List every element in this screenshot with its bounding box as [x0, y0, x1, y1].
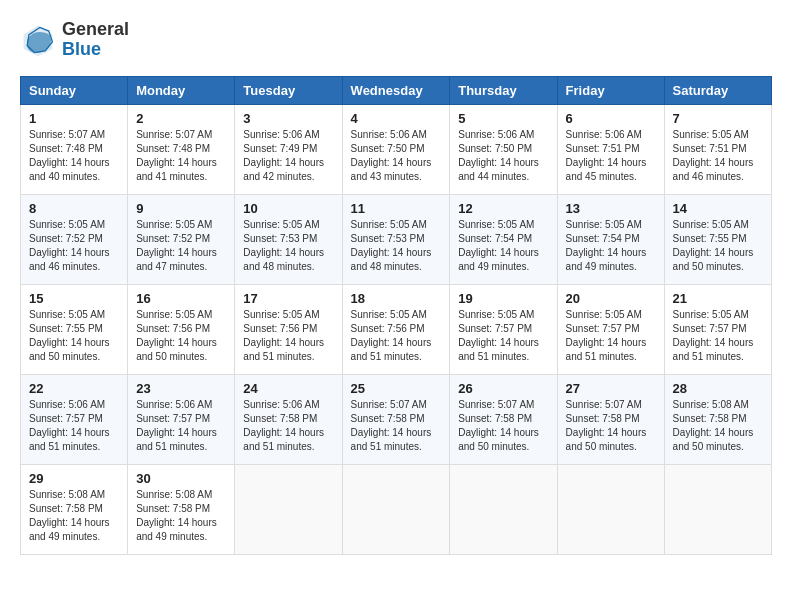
day-number: 4	[351, 111, 442, 126]
logo-text: General Blue	[62, 20, 129, 60]
day-number: 20	[566, 291, 656, 306]
day-cell-13: 13Sunrise: 5:05 AM Sunset: 7:54 PM Dayli…	[557, 194, 664, 284]
day-info: Sunrise: 5:07 AM Sunset: 7:58 PM Dayligh…	[351, 398, 442, 454]
day-cell-26: 26Sunrise: 5:07 AM Sunset: 7:58 PM Dayli…	[450, 374, 557, 464]
day-cell-8: 8Sunrise: 5:05 AM Sunset: 7:52 PM Daylig…	[21, 194, 128, 284]
day-info: Sunrise: 5:05 AM Sunset: 7:53 PM Dayligh…	[243, 218, 333, 274]
empty-cell	[235, 464, 342, 554]
day-number: 1	[29, 111, 119, 126]
day-info: Sunrise: 5:06 AM Sunset: 7:51 PM Dayligh…	[566, 128, 656, 184]
day-number: 17	[243, 291, 333, 306]
day-cell-27: 27Sunrise: 5:07 AM Sunset: 7:58 PM Dayli…	[557, 374, 664, 464]
day-info: Sunrise: 5:05 AM Sunset: 7:55 PM Dayligh…	[673, 218, 763, 274]
day-cell-16: 16Sunrise: 5:05 AM Sunset: 7:56 PM Dayli…	[128, 284, 235, 374]
week-row-5: 29Sunrise: 5:08 AM Sunset: 7:58 PM Dayli…	[21, 464, 772, 554]
day-info: Sunrise: 5:06 AM Sunset: 7:50 PM Dayligh…	[351, 128, 442, 184]
day-info: Sunrise: 5:08 AM Sunset: 7:58 PM Dayligh…	[673, 398, 763, 454]
day-cell-19: 19Sunrise: 5:05 AM Sunset: 7:57 PM Dayli…	[450, 284, 557, 374]
day-number: 12	[458, 201, 548, 216]
day-number: 23	[136, 381, 226, 396]
col-header-friday: Friday	[557, 76, 664, 104]
day-number: 7	[673, 111, 763, 126]
calendar-header: SundayMondayTuesdayWednesdayThursdayFrid…	[21, 76, 772, 104]
day-cell-30: 30Sunrise: 5:08 AM Sunset: 7:58 PM Dayli…	[128, 464, 235, 554]
day-number: 5	[458, 111, 548, 126]
day-cell-4: 4Sunrise: 5:06 AM Sunset: 7:50 PM Daylig…	[342, 104, 450, 194]
day-number: 3	[243, 111, 333, 126]
day-info: Sunrise: 5:07 AM Sunset: 7:48 PM Dayligh…	[136, 128, 226, 184]
day-cell-5: 5Sunrise: 5:06 AM Sunset: 7:50 PM Daylig…	[450, 104, 557, 194]
day-info: Sunrise: 5:05 AM Sunset: 7:57 PM Dayligh…	[566, 308, 656, 364]
col-header-sunday: Sunday	[21, 76, 128, 104]
day-info: Sunrise: 5:05 AM Sunset: 7:56 PM Dayligh…	[243, 308, 333, 364]
day-info: Sunrise: 5:06 AM Sunset: 7:58 PM Dayligh…	[243, 398, 333, 454]
day-cell-25: 25Sunrise: 5:07 AM Sunset: 7:58 PM Dayli…	[342, 374, 450, 464]
day-number: 29	[29, 471, 119, 486]
day-cell-21: 21Sunrise: 5:05 AM Sunset: 7:57 PM Dayli…	[664, 284, 771, 374]
day-number: 21	[673, 291, 763, 306]
day-cell-17: 17Sunrise: 5:05 AM Sunset: 7:56 PM Dayli…	[235, 284, 342, 374]
day-cell-18: 18Sunrise: 5:05 AM Sunset: 7:56 PM Dayli…	[342, 284, 450, 374]
day-cell-6: 6Sunrise: 5:06 AM Sunset: 7:51 PM Daylig…	[557, 104, 664, 194]
day-cell-11: 11Sunrise: 5:05 AM Sunset: 7:53 PM Dayli…	[342, 194, 450, 284]
day-number: 6	[566, 111, 656, 126]
empty-cell	[557, 464, 664, 554]
day-cell-14: 14Sunrise: 5:05 AM Sunset: 7:55 PM Dayli…	[664, 194, 771, 284]
day-info: Sunrise: 5:05 AM Sunset: 7:53 PM Dayligh…	[351, 218, 442, 274]
day-cell-1: 1Sunrise: 5:07 AM Sunset: 7:48 PM Daylig…	[21, 104, 128, 194]
week-row-2: 8Sunrise: 5:05 AM Sunset: 7:52 PM Daylig…	[21, 194, 772, 284]
day-cell-12: 12Sunrise: 5:05 AM Sunset: 7:54 PM Dayli…	[450, 194, 557, 284]
day-info: Sunrise: 5:07 AM Sunset: 7:58 PM Dayligh…	[458, 398, 548, 454]
day-number: 11	[351, 201, 442, 216]
day-cell-23: 23Sunrise: 5:06 AM Sunset: 7:57 PM Dayli…	[128, 374, 235, 464]
day-number: 13	[566, 201, 656, 216]
col-header-thursday: Thursday	[450, 76, 557, 104]
day-number: 28	[673, 381, 763, 396]
day-info: Sunrise: 5:07 AM Sunset: 7:48 PM Dayligh…	[29, 128, 119, 184]
day-number: 18	[351, 291, 442, 306]
day-number: 19	[458, 291, 548, 306]
calendar-body: 1Sunrise: 5:07 AM Sunset: 7:48 PM Daylig…	[21, 104, 772, 554]
day-number: 24	[243, 381, 333, 396]
day-info: Sunrise: 5:06 AM Sunset: 7:57 PM Dayligh…	[29, 398, 119, 454]
week-row-1: 1Sunrise: 5:07 AM Sunset: 7:48 PM Daylig…	[21, 104, 772, 194]
day-number: 26	[458, 381, 548, 396]
day-info: Sunrise: 5:07 AM Sunset: 7:58 PM Dayligh…	[566, 398, 656, 454]
col-header-tuesday: Tuesday	[235, 76, 342, 104]
day-number: 25	[351, 381, 442, 396]
day-number: 14	[673, 201, 763, 216]
day-number: 8	[29, 201, 119, 216]
day-number: 22	[29, 381, 119, 396]
day-info: Sunrise: 5:05 AM Sunset: 7:56 PM Dayligh…	[136, 308, 226, 364]
day-headers-row: SundayMondayTuesdayWednesdayThursdayFrid…	[21, 76, 772, 104]
day-cell-22: 22Sunrise: 5:06 AM Sunset: 7:57 PM Dayli…	[21, 374, 128, 464]
day-number: 10	[243, 201, 333, 216]
day-cell-9: 9Sunrise: 5:05 AM Sunset: 7:52 PM Daylig…	[128, 194, 235, 284]
calendar-table: SundayMondayTuesdayWednesdayThursdayFrid…	[20, 76, 772, 555]
day-cell-2: 2Sunrise: 5:07 AM Sunset: 7:48 PM Daylig…	[128, 104, 235, 194]
col-header-saturday: Saturday	[664, 76, 771, 104]
week-row-4: 22Sunrise: 5:06 AM Sunset: 7:57 PM Dayli…	[21, 374, 772, 464]
col-header-monday: Monday	[128, 76, 235, 104]
day-info: Sunrise: 5:06 AM Sunset: 7:49 PM Dayligh…	[243, 128, 333, 184]
day-info: Sunrise: 5:08 AM Sunset: 7:58 PM Dayligh…	[136, 488, 226, 544]
empty-cell	[664, 464, 771, 554]
day-cell-7: 7Sunrise: 5:05 AM Sunset: 7:51 PM Daylig…	[664, 104, 771, 194]
day-number: 15	[29, 291, 119, 306]
page-header: General Blue	[20, 20, 772, 60]
day-info: Sunrise: 5:05 AM Sunset: 7:54 PM Dayligh…	[458, 218, 548, 274]
week-row-3: 15Sunrise: 5:05 AM Sunset: 7:55 PM Dayli…	[21, 284, 772, 374]
day-info: Sunrise: 5:06 AM Sunset: 7:57 PM Dayligh…	[136, 398, 226, 454]
logo: General Blue	[20, 20, 129, 60]
day-info: Sunrise: 5:05 AM Sunset: 7:52 PM Dayligh…	[136, 218, 226, 274]
day-info: Sunrise: 5:08 AM Sunset: 7:58 PM Dayligh…	[29, 488, 119, 544]
day-info: Sunrise: 5:05 AM Sunset: 7:54 PM Dayligh…	[566, 218, 656, 274]
day-cell-24: 24Sunrise: 5:06 AM Sunset: 7:58 PM Dayli…	[235, 374, 342, 464]
day-info: Sunrise: 5:05 AM Sunset: 7:56 PM Dayligh…	[351, 308, 442, 364]
day-info: Sunrise: 5:05 AM Sunset: 7:57 PM Dayligh…	[673, 308, 763, 364]
day-info: Sunrise: 5:06 AM Sunset: 7:50 PM Dayligh…	[458, 128, 548, 184]
day-info: Sunrise: 5:05 AM Sunset: 7:55 PM Dayligh…	[29, 308, 119, 364]
day-cell-3: 3Sunrise: 5:06 AM Sunset: 7:49 PM Daylig…	[235, 104, 342, 194]
day-cell-15: 15Sunrise: 5:05 AM Sunset: 7:55 PM Dayli…	[21, 284, 128, 374]
day-info: Sunrise: 5:05 AM Sunset: 7:57 PM Dayligh…	[458, 308, 548, 364]
